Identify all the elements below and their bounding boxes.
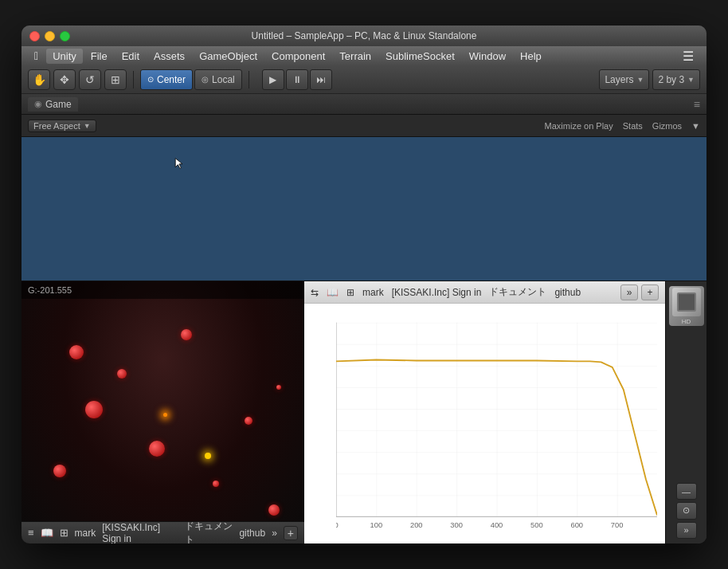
play-controls: ▶ ⏸ ⏭ [262, 69, 332, 90]
aspect-label: Free Aspect [33, 121, 80, 131]
chart-grid-icon[interactable]: ⊞ [346, 287, 354, 298]
gizmos-button[interactable]: Gizmos [652, 121, 682, 131]
gizmos-dropdown-arrow[interactable]: ▼ [691, 121, 700, 131]
layers-label: Layers [605, 74, 633, 85]
svg-text:0: 0 [336, 521, 339, 528]
minimize-button[interactable] [45, 31, 55, 41]
droplet [245, 417, 252, 425]
aspect-dropdown[interactable]: Free Aspect ▼ [28, 120, 96, 132]
menu-gameobject[interactable]: GameObject [193, 49, 264, 64]
layers-dropdown[interactable]: Layers ▼ [599, 69, 649, 90]
scene-panel: G:-201.555 ≡ 📖 ⊞ mark [KISSAKI.Inc] Sign… [22, 281, 304, 543]
droplet [117, 369, 127, 379]
chart-panel: ⇆ 📖 ⊞ mark [KISSAKI.Inc] Sign in ドキュメント … [304, 281, 665, 543]
menu-unity[interactable]: Unity [46, 49, 83, 64]
apple-menu[interactable]:  [28, 49, 45, 62]
step-button[interactable]: ⏭ [310, 69, 332, 90]
aspect-dropdown-arrow: ▼ [84, 122, 91, 130]
chart-toolbar-right: » + [620, 284, 659, 300]
chart-kissaki[interactable]: [KISSAKI.Inc] Sign in [392, 287, 482, 298]
droplet [69, 345, 84, 359]
browser-mark[interactable]: mark [75, 528, 96, 539]
droplet [268, 504, 280, 516]
aspect-right: Maximize on Play Stats Gizmos ▼ [545, 121, 700, 131]
cursor [173, 157, 186, 170]
rotate-tool-button[interactable]: ↺ [79, 69, 101, 90]
center-button[interactable]: ⊙ Center [140, 69, 193, 90]
menu-assets[interactable]: Assets [147, 49, 191, 64]
scene-status-text: G:-201.555 [28, 285, 72, 295]
close-button[interactable] [29, 31, 40, 41]
game-viewport [22, 137, 706, 281]
more-button[interactable]: » [676, 522, 697, 539]
layers-dropdown-arrow: ▼ [636, 76, 644, 84]
svg-text:200: 200 [410, 521, 423, 528]
move-tool-button[interactable]: ✥ [53, 69, 76, 90]
hdd-label: HD [682, 318, 691, 325]
hdd-body [672, 288, 701, 316]
main-window: Untitled – SampleApp – PC, Mac & Linux S… [22, 26, 706, 543]
chart-doc[interactable]: ドキュメント [489, 285, 546, 299]
right-panel: HD — ⊙ » [665, 281, 706, 543]
browser-more-arrows[interactable]: » [272, 528, 277, 539]
local-button[interactable]: ◎ Local [194, 69, 242, 90]
scroll-down-button[interactable]: ⊙ [676, 502, 697, 519]
maximize-button[interactable] [60, 31, 70, 41]
menu-terrain[interactable]: Terrain [333, 49, 378, 64]
main-content: ◉ Game ≡ Free Aspect ▼ Maximize on Play … [22, 94, 706, 543]
menu-component[interactable]: Component [265, 49, 331, 64]
menu-help[interactable]: Help [514, 49, 548, 64]
menu-extra[interactable]: ☰ [676, 47, 700, 65]
game-tab[interactable]: ◉ Game [28, 97, 78, 112]
by-dropdown[interactable]: 2 by 3 ▼ [652, 69, 700, 90]
browser-grid-icon[interactable]: ⊞ [60, 527, 68, 539]
local-label: Local [212, 74, 235, 85]
svg-text:100: 100 [370, 521, 383, 528]
center-icon: ⊙ [147, 75, 154, 84]
scale-tool-button[interactable]: ⊞ [104, 69, 127, 90]
svg-text:500: 500 [530, 521, 543, 528]
panel-settings-button[interactable]: ≡ [694, 98, 700, 111]
scene-status-bar: G:-201.555 [22, 281, 304, 299]
toolbar-separator-2 [249, 71, 249, 88]
by-dropdown-arrow: ▼ [687, 76, 695, 84]
browser-add-button[interactable]: + [284, 526, 298, 540]
toolbar-separator-1 [133, 71, 134, 88]
pause-button[interactable]: ⏸ [286, 69, 308, 90]
droplet [213, 481, 219, 487]
chart-more-btn[interactable]: » [620, 284, 638, 300]
stats-button[interactable]: Stats [623, 121, 643, 131]
browser-github[interactable]: github [239, 528, 265, 539]
svg-rect-2 [336, 323, 657, 517]
menu-window[interactable]: Window [463, 49, 512, 64]
svg-text:600: 600 [570, 521, 583, 528]
droplet [85, 401, 103, 418]
chart-add-btn[interactable]: + [641, 284, 659, 300]
chart-book-icon[interactable]: 📖 [327, 287, 339, 298]
chart-nav-icon[interactable]: ⇆ [311, 287, 319, 298]
menu-file[interactable]: File [84, 49, 114, 64]
browser-bar: ≡ 📖 ⊞ mark [KISSAKI.Inc] Sign in ドキュメント … [22, 521, 304, 543]
droplet [149, 441, 165, 457]
chart-mark[interactable]: mark [362, 287, 384, 298]
local-icon: ◎ [202, 75, 209, 84]
scroll-up-button[interactable]: — [676, 483, 697, 500]
menu-edit[interactable]: Edit [115, 49, 146, 64]
hdd-icon: HD [669, 286, 704, 326]
browser-kissaki[interactable]: [KISSAKI.Inc] Sign in [102, 522, 178, 544]
play-button[interactable]: ▶ [262, 69, 284, 90]
hand-tool-button[interactable]: ✋ [28, 69, 50, 90]
browser-book-icon[interactable]: 📖 [41, 527, 53, 539]
chart-github[interactable]: github [554, 287, 581, 298]
droplet [53, 465, 66, 477]
window-title: Untitled – SampleApp – PC, Mac & Linux S… [252, 30, 477, 41]
browser-nav-icon[interactable]: ≡ [28, 527, 34, 539]
toolbar: ✋ ✥ ↺ ⊞ ⊙ Center ◎ Local ▶ ⏸ ⏭ Layers ▼ … [22, 65, 706, 94]
scene-background [22, 281, 304, 543]
browser-doc[interactable]: ドキュメント [185, 520, 233, 544]
aspect-bar: Free Aspect ▼ Maximize on Play Stats Giz… [22, 115, 706, 137]
game-panel: ◉ Game ≡ Free Aspect ▼ Maximize on Play … [22, 94, 706, 281]
hdd-platter [677, 292, 696, 312]
menu-sublimesocket[interactable]: SublimeSocket [379, 49, 461, 64]
maximize-on-play-button[interactable]: Maximize on Play [545, 121, 613, 131]
